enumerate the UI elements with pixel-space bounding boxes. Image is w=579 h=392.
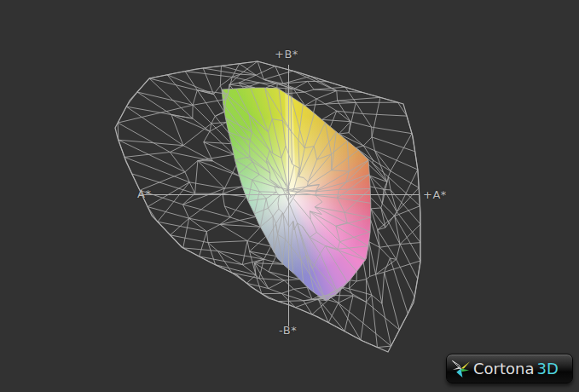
logo-text-cortona: Cortona [473, 361, 535, 377]
axis-label-a-left: A* [137, 187, 151, 200]
axis-label-minus-b: -B* [279, 324, 297, 337]
cortona3d-logo-button[interactable]: Cortona 3D [446, 354, 573, 383]
cortona3d-pinwheel-icon [451, 359, 471, 378]
axis-label-plus-b: +B* [275, 48, 298, 61]
axis-label-plus-a: +A* [423, 188, 447, 201]
viewer-3d-viewport[interactable]: +B* -B* A* +A* Cortona 3D [0, 0, 579, 392]
logo-text-3d: 3D [537, 361, 559, 377]
